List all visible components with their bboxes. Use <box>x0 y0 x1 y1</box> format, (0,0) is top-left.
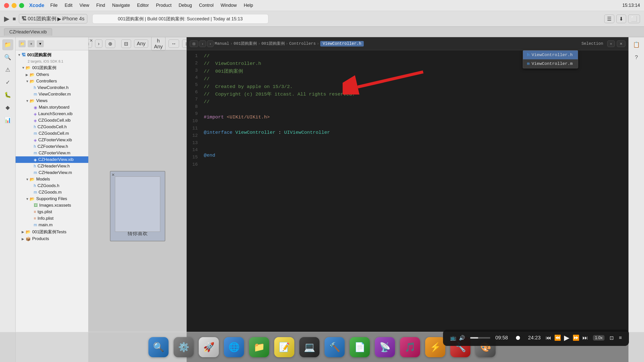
file-czheaderview-m[interactable]: m CZHeaderView.m <box>16 169 88 176</box>
options-icon[interactable]: ≡ <box>619 335 622 341</box>
canvas-orient-btn[interactable]: ↔ <box>169 39 179 48</box>
app-name[interactable]: Xcode <box>29 3 44 8</box>
menu-control[interactable]: Control <box>199 3 214 8</box>
file-info-plist[interactable]: ≡ Info.plist <box>16 215 88 222</box>
menu-window[interactable]: Window <box>221 3 237 8</box>
editor-back-btn[interactable]: ‹ <box>199 40 206 47</box>
group-supporting-files[interactable]: ▼ 📂 Supporting Files <box>16 196 88 202</box>
file-inspector-icon[interactable]: 📋 <box>631 39 642 50</box>
breadcrumb-controllers[interactable]: Controllers <box>289 41 316 46</box>
canvas-height-btn[interactable]: h Any <box>151 37 165 51</box>
group-controllers[interactable]: ▼ 📂 Controllers <box>16 78 88 84</box>
stop-button[interactable]: ■ <box>13 16 16 22</box>
skip-back-btn[interactable]: ⏮ <box>546 335 551 341</box>
editor-fwd-btn[interactable]: › <box>207 40 214 47</box>
dock-xcode[interactable]: 🔨 <box>325 337 345 357</box>
menu-view[interactable]: View <box>79 3 89 8</box>
menu-navigate[interactable]: Navigate <box>112 3 130 8</box>
debug-toggle[interactable]: ⬇ <box>616 15 626 23</box>
file-czgoods-m[interactable]: m CZGoods.m <box>16 189 88 196</box>
file-images-xcassets[interactable]: 🖼 Images.xcassets <box>16 202 88 209</box>
dock-music[interactable]: 🎵 <box>400 337 420 357</box>
canvas-size-btn[interactable]: Any <box>134 39 148 48</box>
file-czfooterview-h[interactable]: h CZFooterView.h <box>16 143 88 150</box>
add-icon-btn[interactable]: + <box>28 40 35 47</box>
code-content[interactable]: 12345 678910 1112131415 16 // // ViewCon… <box>187 50 628 362</box>
canvas-view-btn[interactable]: ⊕ <box>105 39 115 48</box>
canvas-close-icon[interactable]: ✕ <box>90 38 93 43</box>
debug-icon[interactable]: 🐛 <box>2 89 13 101</box>
dock-settings[interactable]: ⚙️ <box>174 337 194 357</box>
canvas-split-btn[interactable]: ⊟ <box>121 39 131 48</box>
filter-icon-btn[interactable]: ▼ <box>37 40 44 47</box>
group-models[interactable]: ▼ 📂 Models <box>16 176 88 183</box>
rewind-btn[interactable]: ⏪ <box>554 335 561 341</box>
group-products[interactable]: ▶ 📦 Products <box>16 236 88 242</box>
file-tgs-plist[interactable]: ≡ tgs.plist <box>16 209 88 215</box>
file-czfooterview-xib[interactable]: ◈ CZFooterView.xib <box>16 137 88 143</box>
menu-find[interactable]: Find <box>96 3 105 8</box>
run-button[interactable]: ▶ <box>4 15 10 23</box>
dock-notes[interactable]: 📝 <box>274 337 294 357</box>
dock-filezilla[interactable]: 📡 <box>375 337 395 357</box>
dock-textmate[interactable]: 📄 <box>350 337 370 357</box>
file-czheaderview-xib[interactable]: ◈ CZHeaderView.xib <box>16 156 88 163</box>
file-viewcontroller-m[interactable]: m ViewController.m <box>16 91 88 98</box>
progress-knob[interactable] <box>516 336 520 340</box>
volume-slider[interactable] <box>470 337 490 339</box>
breadcrumb-group[interactable]: 001团购案例 <box>261 41 285 46</box>
menu-help[interactable]: Help <box>244 3 253 8</box>
file-czgoodscell-xib[interactable]: ◈ CZGoodsCell.xib <box>16 117 88 124</box>
canvas-next-btn[interactable]: › <box>95 39 102 48</box>
group-views[interactable]: ▼ 📂 Views <box>16 98 88 104</box>
close-button[interactable] <box>4 3 9 8</box>
breakpoints-icon[interactable]: ◆ <box>2 102 13 113</box>
group-others[interactable]: ▶ 📂 Others <box>16 71 88 78</box>
issues-icon[interactable]: ⚠ <box>2 64 13 75</box>
file-czheaderview-h[interactable]: h CZHeaderView.h <box>16 163 88 169</box>
file-launchscreen[interactable]: ◈ LaunchScreen.xib <box>16 111 88 117</box>
editor-split-add[interactable]: + <box>607 40 615 47</box>
dropdown-item-h[interactable]: h ViewController.h <box>523 51 578 59</box>
file-czgoodscell-h[interactable]: h CZGoodsCell.h <box>16 124 88 130</box>
test-icon[interactable]: ✓ <box>2 77 13 88</box>
navigator-toggle[interactable]: ☰ <box>604 15 614 23</box>
editor-layout-btn[interactable]: ⊟ <box>190 40 198 47</box>
group-tests[interactable]: ▶ 📂 001团购案例Tests <box>16 228 88 236</box>
menu-debug[interactable]: Debug <box>179 3 192 8</box>
menu-file[interactable]: File <box>50 3 58 8</box>
dock-files[interactable]: 📁 <box>249 337 269 357</box>
utilities-toggle[interactable]: ⬜ <box>628 15 640 23</box>
fast-fwd-btn[interactable]: ⏩ <box>573 335 579 341</box>
file-viewcontroller-h[interactable]: h ViewController.h <box>16 84 88 91</box>
dock-app1[interactable]: ⚡ <box>425 337 445 357</box>
folder-icon-btn[interactable]: 📁 <box>19 40 26 47</box>
file-czgoodscell-m[interactable]: m CZGoodsCell.m <box>16 130 88 137</box>
canvas-aspect-btn[interactable]: ↕ <box>182 39 187 48</box>
breadcrumb-active-file[interactable]: ViewController.h <box>320 41 364 47</box>
dock-launchpad[interactable]: 🚀 <box>199 337 219 357</box>
file-main-m[interactable]: m main.m <box>16 222 88 228</box>
speed-indicator[interactable]: 1.0x <box>593 335 605 341</box>
minimize-button[interactable] <box>12 3 17 8</box>
frame-close[interactable]: ✕ <box>111 172 115 177</box>
file-main-storyboard[interactable]: ◉ Main.storyboard <box>16 104 88 111</box>
dock-safari[interactable]: 🌐 <box>224 337 244 357</box>
file-czgoods-h[interactable]: h CZGoods.h <box>16 183 88 189</box>
file-tab-czheaderview[interactable]: CZHeaderView.xib <box>4 28 52 36</box>
reports-icon[interactable]: 📊 <box>2 115 13 126</box>
scheme-selector[interactable]: 🏗 001团购案例 ▶ iPhone 4s <box>19 14 87 23</box>
breadcrumb-project[interactable]: 001团购案例 <box>234 41 257 46</box>
dock-finder[interactable]: 🔍 <box>148 337 169 357</box>
dropdown-item-m[interactable]: m ViewController.m <box>523 59 578 68</box>
fullscreen-icon[interactable]: ⊡ <box>610 335 614 341</box>
menu-editor[interactable]: Editor <box>137 3 149 8</box>
volume-icon[interactable]: 🔊 <box>459 335 465 341</box>
navigator-icon[interactable]: 📁 <box>2 39 13 50</box>
group-001[interactable]: ▼ 📂 001团购案例 <box>16 64 88 71</box>
menu-product[interactable]: Product <box>156 3 172 8</box>
editor-split-close[interactable]: ✕ <box>617 40 625 47</box>
quick-help-icon[interactable]: ? <box>631 52 642 63</box>
breadcrumb-selection[interactable]: Selection <box>581 41 603 46</box>
skip-fwd-btn[interactable]: ⏭ <box>582 335 588 341</box>
